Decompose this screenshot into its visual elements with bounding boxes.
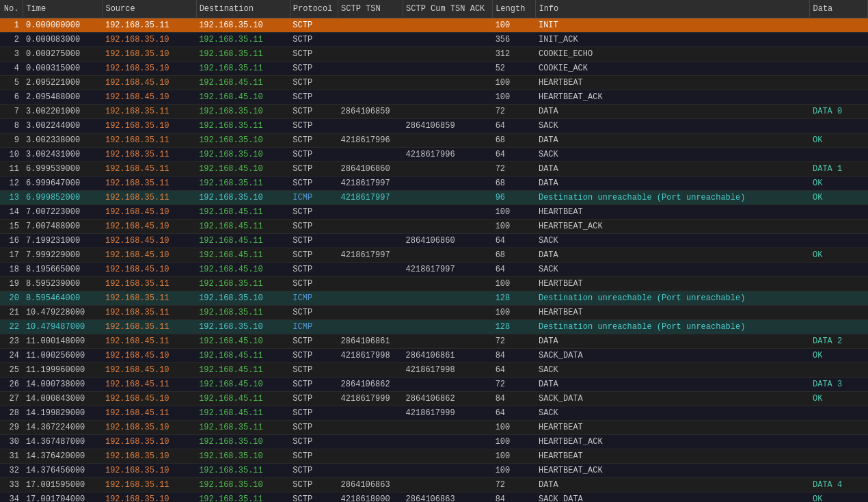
table-cell: 192.168.45.11 <box>196 76 290 90</box>
table-cell: 14.000843000 <box>23 392 103 406</box>
table-cell <box>810 291 868 306</box>
table-row[interactable]: 2614.000738000192.168.45.11192.168.45.10… <box>0 378 868 392</box>
col-header-data: Data <box>810 0 868 18</box>
table-cell: 72 <box>493 105 536 119</box>
table-cell: 192.168.35.11 <box>196 62 290 76</box>
table-cell: 192.168.45.10 <box>103 76 196 90</box>
table-row[interactable]: 3214.376456000192.168.35.10192.168.35.11… <box>0 464 868 478</box>
table-row[interactable]: 2311.000148000192.168.45.11192.168.45.10… <box>0 334 868 349</box>
table-row[interactable]: 147.007223000192.168.45.10192.168.45.11S… <box>0 205 868 220</box>
table-row[interactable]: 20.000083000192.168.35.10192.168.35.11SC… <box>0 33 868 47</box>
table-cell <box>403 277 493 291</box>
packet-table: No. Time Source Destination Protocol SCT… <box>0 0 868 502</box>
table-row[interactable]: 83.002244000192.168.35.10192.168.35.11SC… <box>0 119 868 133</box>
table-cell: SCTP <box>290 378 338 392</box>
table-row[interactable]: 2110.479228000192.168.35.11192.168.35.11… <box>0 306 868 320</box>
table-row[interactable]: 2411.000256000192.168.45.10192.168.45.11… <box>0 349 868 363</box>
table-cell: SCTP <box>290 277 338 291</box>
table-row[interactable]: 2814.199829000192.168.45.11192.168.45.11… <box>0 406 868 421</box>
table-cell: HEARTBEAT_ACK <box>536 90 810 105</box>
table-row[interactable]: 3114.376420000192.168.35.10192.168.35.10… <box>0 449 868 464</box>
table-cell: 192.168.45.11 <box>196 349 290 363</box>
table-cell: 2864106859 <box>403 119 493 133</box>
table-cell: HEARTBEAT_ACK <box>536 220 810 234</box>
table-row[interactable]: 10.000000000192.168.35.11192.168.35.10SC… <box>0 18 868 33</box>
table-cell: 11.199960000 <box>23 363 103 378</box>
table-cell: 2 <box>0 33 23 47</box>
table-row[interactable]: 2914.367224000192.168.35.10192.168.35.11… <box>0 421 868 435</box>
table-cell: INIT_ACK <box>536 33 810 47</box>
table-cell: 10.479487000 <box>23 320 103 334</box>
table-cell <box>810 435 868 449</box>
table-cell: 192.168.35.11 <box>196 277 290 291</box>
table-cell: 192.168.35.10 <box>196 148 290 162</box>
table-cell: OK <box>810 392 868 406</box>
table-row[interactable]: 3317.001595000192.168.35.11192.168.35.10… <box>0 478 868 492</box>
table-cell: 21 <box>0 306 23 320</box>
table-cell: 100 <box>493 90 536 105</box>
table-row[interactable]: 136.999852000192.168.35.11192.168.35.10I… <box>0 191 868 205</box>
table-row[interactable]: 52.095221000192.168.45.10192.168.45.11SC… <box>0 76 868 90</box>
table-cell: DATA <box>536 248 810 263</box>
table-cell: 34 <box>0 492 23 503</box>
table-cell: SACK_DATA <box>536 492 810 503</box>
table-cell <box>810 464 868 478</box>
table-cell: 7.199231000 <box>23 234 103 248</box>
table-body[interactable]: 10.000000000192.168.35.11192.168.35.10SC… <box>0 18 868 503</box>
table-cell: 26 <box>0 378 23 392</box>
table-row[interactable]: 116.999539000192.168.45.11192.168.45.10S… <box>0 162 868 176</box>
table-cell: 192.168.35.11 <box>196 306 290 320</box>
table-cell: SCTP <box>290 33 338 47</box>
table-cell <box>810 263 868 277</box>
table-cell: DATA 3 <box>810 378 868 392</box>
table-cell: 4218618000 <box>338 492 403 503</box>
table-cell: 17 <box>0 248 23 263</box>
table-row[interactable]: 3417.001704000192.168.35.10192.168.35.11… <box>0 492 868 503</box>
table-cell <box>810 277 868 291</box>
table-cell: 192.168.45.10 <box>103 363 196 378</box>
table-cell: 4 <box>0 62 23 76</box>
table-cell <box>810 33 868 47</box>
table-row[interactable]: 198.595239000192.168.35.11192.168.35.11S… <box>0 277 868 291</box>
table-row[interactable]: 177.999229000192.168.45.10192.168.45.11S… <box>0 248 868 263</box>
table-row[interactable]: 208.595464000192.168.35.11192.168.35.10I… <box>0 291 868 306</box>
table-cell: 14.376456000 <box>23 464 103 478</box>
table-row[interactable]: 2714.000843000192.168.45.10192.168.45.11… <box>0 392 868 406</box>
table-row[interactable]: 126.999647000192.168.35.11192.168.35.11S… <box>0 176 868 191</box>
table-cell <box>338 421 403 435</box>
table-cell: SACK <box>536 119 810 133</box>
table-row[interactable]: 188.195665000192.168.45.10192.168.45.10S… <box>0 263 868 277</box>
table-cell: SCTP <box>290 363 338 378</box>
table-cell: 192.168.35.10 <box>103 47 196 62</box>
table-cell: SCTP <box>290 162 338 176</box>
table-row[interactable]: 157.007488000192.168.45.10192.168.45.11S… <box>0 220 868 234</box>
table-cell: 31 <box>0 449 23 464</box>
table-row[interactable]: 3014.367487000192.168.35.10192.168.35.10… <box>0 435 868 449</box>
table-cell: 29 <box>0 421 23 435</box>
table-cell: 68 <box>493 248 536 263</box>
table-row[interactable]: 62.095488000192.168.45.10192.168.45.10SC… <box>0 90 868 105</box>
table-row[interactable]: 40.000315000192.168.35.10192.168.35.11SC… <box>0 62 868 76</box>
table-cell: 192.168.45.10 <box>103 392 196 406</box>
table-cell <box>338 306 403 320</box>
table-cell: 192.168.35.11 <box>196 119 290 133</box>
table-row[interactable]: 2210.479487000192.168.35.11192.168.35.10… <box>0 320 868 334</box>
table-row[interactable]: 73.002201000192.168.35.11192.168.35.10SC… <box>0 105 868 119</box>
table-row[interactable]: 2511.199960000192.168.45.10192.168.45.11… <box>0 363 868 378</box>
table-cell: 14.367224000 <box>23 421 103 435</box>
table-cell: SACK <box>536 406 810 421</box>
table-cell <box>810 234 868 248</box>
table-row[interactable]: 30.000275000192.168.35.10192.168.35.11SC… <box>0 47 868 62</box>
table-cell: 4218617996 <box>403 148 493 162</box>
table-cell: 15 <box>0 220 23 234</box>
table-cell: 100 <box>493 277 536 291</box>
table-cell: SACK <box>536 234 810 248</box>
table-row[interactable]: 93.002338000192.168.35.11192.168.35.10SC… <box>0 133 868 148</box>
table-cell: 84 <box>493 392 536 406</box>
table-cell: 32 <box>0 464 23 478</box>
table-cell: SCTP <box>290 205 338 220</box>
table-cell: 4218617996 <box>338 133 403 148</box>
table-row[interactable]: 167.199231000192.168.45.10192.168.45.11S… <box>0 234 868 248</box>
table-cell: 192.168.45.10 <box>196 90 290 105</box>
table-row[interactable]: 103.002431000192.168.35.11192.168.35.10S… <box>0 148 868 162</box>
